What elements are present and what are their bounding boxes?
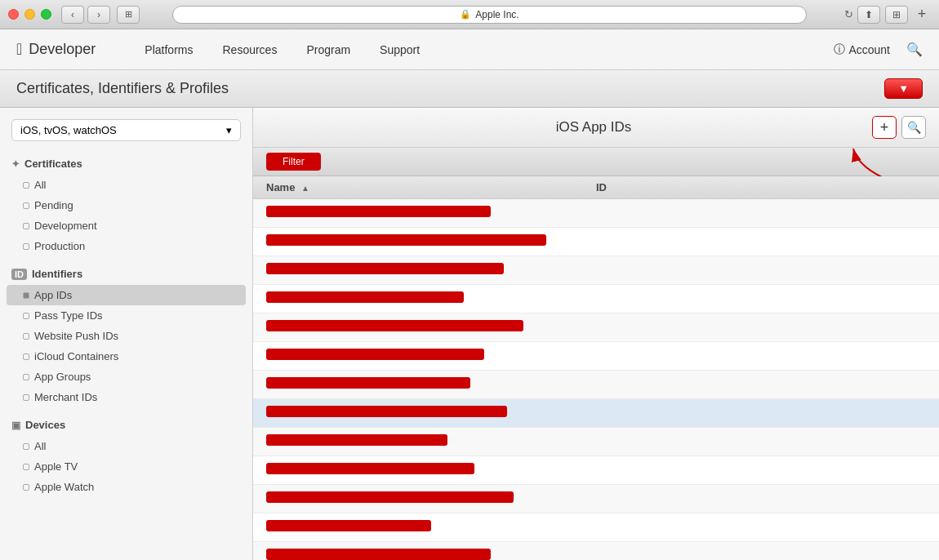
id-section-icon: ID: [11, 269, 27, 280]
certificates-label: Certificates: [24, 158, 82, 170]
table-row[interactable]: [253, 428, 939, 456]
search-button[interactable]: 🔍: [901, 116, 926, 139]
sidebar-item-merchant-ids[interactable]: Merchant IDs: [0, 387, 252, 407]
back-button[interactable]: ‹: [61, 6, 84, 24]
main-layout: iOS, tvOS, watchOS ▾ ✦ Certificates All …: [0, 108, 939, 560]
item-dot-icon: [23, 182, 29, 189]
sidebar-item-label: App IDs: [34, 289, 72, 301]
item-dot-icon: [23, 443, 29, 450]
sidebar-item-label: Website Push IDs: [34, 330, 118, 342]
redacted-name: [266, 377, 470, 389]
tab-overview-button[interactable]: ⊞: [885, 6, 908, 24]
content-area: iOS App IDs + 🔍 点击添加 Filte: [253, 108, 939, 560]
table-row[interactable]: [253, 285, 939, 313]
platform-select[interactable]: iOS, tvOS, watchOS ▾: [11, 119, 241, 141]
nav-support[interactable]: Support: [380, 43, 420, 56]
table-container: Name ▲ ID: [253, 176, 939, 560]
brand:  Developer: [16, 40, 96, 59]
share-button[interactable]: ⬆: [857, 6, 880, 24]
reload-button[interactable]: ↻: [839, 6, 857, 24]
header-actions: ▼: [884, 78, 923, 99]
col-id-header: ID: [596, 181, 926, 193]
nav-bar:  Developer Platforms Resources Program …: [0, 29, 939, 70]
filter-button[interactable]: Filter: [266, 153, 321, 171]
brand-label: Developer: [29, 41, 96, 58]
maximize-button[interactable]: [41, 9, 51, 20]
sidebar-item-label: Pass Type IDs: [34, 309, 103, 322]
table-row[interactable]: [253, 371, 939, 399]
redacted-name: [266, 291, 464, 303]
sidebar-section-identifiers: ID Identifiers App IDs Pass Type IDs Web…: [0, 263, 252, 407]
devices-label: Devices: [25, 419, 65, 431]
item-dot-icon: [23, 353, 29, 360]
sidebar-item-website-push-ids[interactable]: Website Push IDs: [0, 326, 252, 346]
redacted-name: [266, 406, 507, 417]
item-dot-icon: [23, 374, 29, 380]
search-icon[interactable]: 🔍: [906, 42, 923, 57]
col-name-header: Name ▲: [266, 181, 596, 193]
nav-right: ⓘ Account 🔍: [834, 42, 923, 57]
redacted-name: [266, 263, 504, 274]
account-link[interactable]: ⓘ Account: [834, 42, 890, 57]
address-text: Apple Inc.: [475, 9, 518, 20]
sort-arrow-icon: ▲: [301, 184, 309, 193]
sidebar-item-production[interactable]: Production: [0, 236, 252, 256]
identifiers-header: ID Identifiers: [0, 263, 252, 285]
devices-section-icon: ▣: [11, 420, 20, 431]
sidebar-item-label: Apple TV: [34, 460, 78, 473]
sidebar-item-all-devices[interactable]: All: [0, 436, 252, 456]
sidebar-item-label: Production: [34, 240, 85, 252]
sidebar-item-all-certs[interactable]: All: [0, 175, 252, 195]
sidebar-item-label: Merchant IDs: [34, 391, 97, 403]
new-tab-button[interactable]: +: [913, 6, 931, 24]
sidebar: iOS, tvOS, watchOS ▾ ✦ Certificates All …: [0, 108, 253, 560]
sidebar-item-development[interactable]: Development: [0, 216, 252, 236]
forward-button[interactable]: ›: [87, 6, 110, 24]
table-row[interactable]: [253, 456, 939, 485]
table-row[interactable]: [253, 399, 939, 428]
minimize-button[interactable]: [24, 9, 35, 20]
sidebar-item-app-groups[interactable]: App Groups: [0, 367, 252, 387]
table-row[interactable]: [253, 513, 939, 542]
redacted-name: [266, 434, 447, 446]
layout-button[interactable]: ⊞: [117, 6, 140, 24]
sidebar-item-pass-type-ids[interactable]: Pass Type IDs: [0, 305, 252, 326]
sidebar-item-label: Apple Watch: [34, 481, 94, 493]
redacted-name: [266, 520, 431, 531]
sidebar-item-icloud-containers[interactable]: iCloud Containers: [0, 346, 252, 367]
item-dot-icon: [23, 333, 29, 340]
redacted-name: [266, 320, 523, 331]
sidebar-item-app-ids[interactable]: App IDs: [7, 285, 246, 305]
table-row[interactable]: [253, 485, 939, 513]
sidebar-item-pending[interactable]: Pending: [0, 195, 252, 216]
redacted-name: [266, 349, 484, 360]
address-bar[interactable]: 🔒 Apple Inc.: [172, 6, 807, 24]
table-row[interactable]: [253, 313, 939, 342]
table-row[interactable]: [253, 256, 939, 285]
apple-logo-icon: : [16, 40, 22, 59]
page-title: Certificates, Identifiers & Profiles: [16, 80, 229, 97]
add-app-id-button[interactable]: +: [872, 116, 897, 139]
sidebar-section-certificates: ✦ Certificates All Pending Development P…: [0, 153, 252, 256]
content-title: iOS App IDs: [315, 119, 872, 136]
item-dot-icon: [23, 394, 29, 401]
item-dot-icon: [23, 464, 29, 470]
identifiers-label: Identifiers: [32, 268, 82, 280]
sidebar-item-label: Development: [34, 220, 97, 232]
title-bar: ‹ › ⊞ 🔒 Apple Inc. ↻ ⬆ ⊞ +: [0, 0, 939, 29]
table-row[interactable]: [253, 342, 939, 371]
account-dropdown-button[interactable]: ▼: [884, 78, 923, 99]
sidebar-item-apple-watch[interactable]: Apple Watch: [0, 477, 252, 497]
sidebar-item-apple-tv[interactable]: Apple TV: [0, 456, 252, 477]
nav-platforms[interactable]: Platforms: [145, 43, 193, 56]
table-row[interactable]: [253, 199, 939, 228]
redacted-name: [266, 549, 491, 560]
sidebar-item-label: iCloud Containers: [34, 350, 118, 362]
certificates-header: ✦ Certificates: [0, 153, 252, 175]
lock-icon: 🔒: [460, 9, 471, 20]
nav-resources[interactable]: Resources: [222, 43, 277, 56]
table-row[interactable]: [253, 228, 939, 256]
table-row[interactable]: [253, 542, 939, 560]
close-button[interactable]: [8, 9, 19, 20]
nav-program[interactable]: Program: [306, 43, 350, 56]
